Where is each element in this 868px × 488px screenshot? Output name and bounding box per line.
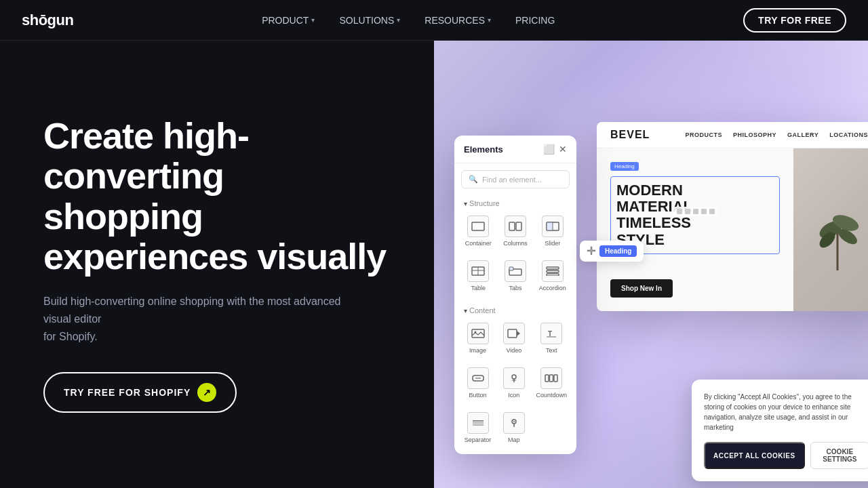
arrow-icon: ↗	[197, 383, 216, 402]
resize-icon[interactable]	[677, 209, 682, 214]
bevel-preview: BEVEL PRODUCTS PHILOSOPHY GALLERY LOCATI…	[597, 122, 868, 311]
nav-solutions[interactable]: SOLUTIONS ▾	[330, 11, 410, 30]
svg-point-21	[512, 375, 516, 379]
maximize-icon[interactable]: ⬜	[543, 144, 555, 155]
svg-text:T: T	[548, 330, 552, 338]
hero-subtitle: Build high-converting online shopping wi…	[43, 293, 369, 345]
svg-rect-25	[550, 375, 553, 382]
accordion-icon	[542, 260, 564, 282]
element-icon[interactable]: Icon	[497, 362, 530, 404]
search-icon: 🔍	[469, 175, 478, 184]
svg-rect-0	[472, 222, 484, 230]
text-icon: T	[540, 323, 562, 344]
separator-icon	[467, 412, 489, 434]
element-tabs[interactable]: Tabs	[498, 255, 533, 297]
navbar: shōgun PRODUCT ▾ SOLUTIONS ▾ RESOURCES ▾…	[0, 0, 868, 41]
element-image[interactable]: Image	[461, 317, 494, 359]
map-icon	[503, 412, 525, 434]
svg-rect-1	[509, 222, 515, 230]
image-icon	[467, 323, 489, 344]
cookie-buttons: ACCEPT ALL COOKIES COOKIE SETTINGS	[704, 442, 868, 469]
bevel-shop-button[interactable]: Shop New In	[610, 279, 673, 298]
element-columns[interactable]: Columns	[498, 210, 533, 252]
hero-title: Create high-converting shopping experien…	[43, 116, 391, 277]
nav-resources[interactable]: RESOURCES ▾	[415, 11, 500, 30]
cookie-text: By clicking "Accept All Cookies", you ag…	[704, 392, 868, 432]
bevel-nav-products[interactable]: PRODUCTS	[685, 131, 722, 138]
heading-label: Heading	[599, 245, 637, 257]
svg-rect-9	[509, 267, 513, 270]
bevel-image	[793, 148, 868, 311]
accept-all-cookies-button[interactable]: ACCEPT ALL COOKIES	[704, 442, 805, 469]
element-button[interactable]: Button	[461, 362, 494, 404]
container-icon	[467, 216, 489, 237]
elements-search[interactable]: 🔍 Find an element...	[461, 170, 570, 188]
element-separator[interactable]: Separator	[461, 407, 494, 449]
bevel-logo: BEVEL	[610, 129, 650, 141]
element-video[interactable]: Video	[497, 317, 530, 359]
nav-product[interactable]: PRODUCT ▾	[252, 11, 324, 30]
element-slider[interactable]: Slider	[535, 210, 570, 252]
bevel-nav-philosophy[interactable]: PHILOSOPHY	[733, 131, 776, 138]
resize-icon[interactable]	[709, 209, 715, 214]
resize-icon[interactable]	[693, 209, 698, 214]
svg-rect-11	[547, 270, 559, 272]
structure-elements-grid: Container Columns Slider	[454, 210, 576, 302]
move-icon: ✛	[587, 245, 595, 258]
svg-rect-15	[508, 329, 517, 338]
svg-rect-4	[547, 222, 553, 230]
icon-element-icon	[503, 367, 525, 389]
heading-badge: Heading	[610, 162, 639, 171]
elements-title: Elements	[464, 144, 503, 155]
nav-pricing[interactable]: PRICING	[506, 11, 564, 30]
button-icon	[467, 367, 489, 389]
content-section-label: ▾ Content	[454, 302, 576, 317]
video-icon	[503, 323, 525, 344]
drag-handle[interactable]: ✛ Heading	[580, 241, 644, 262]
logo[interactable]: shōgun	[22, 12, 73, 29]
bevel-nav-gallery[interactable]: GALLERY	[787, 131, 818, 138]
element-map[interactable]: Map	[497, 407, 530, 449]
svg-rect-24	[545, 375, 549, 382]
bevel-nav-locations[interactable]: LOCATIONS	[829, 131, 868, 138]
cookie-settings-button[interactable]: COOKIE SETTINGS	[810, 442, 868, 469]
elements-controls: ⬜ ✕	[543, 144, 567, 155]
svg-rect-2	[516, 222, 521, 230]
element-text[interactable]: T Text	[533, 317, 570, 359]
svg-point-31	[513, 421, 515, 422]
try-for-free-button[interactable]: TRY FOR FREE	[743, 8, 846, 33]
table-icon	[467, 260, 489, 282]
chevron-down-icon: ▾	[311, 16, 315, 24]
element-countdown[interactable]: Countdown	[533, 362, 570, 404]
svg-marker-16	[517, 331, 520, 336]
chevron-down-icon: ▾	[488, 16, 491, 24]
nav-links: PRODUCT ▾ SOLUTIONS ▾ RESOURCES ▾ PRICIN…	[252, 11, 564, 30]
element-accordion[interactable]: Accordion	[535, 255, 570, 297]
content-elements-grid: Image Video T Text	[454, 317, 576, 454]
structure-section-label: ▾ Structure	[454, 195, 576, 210]
element-table[interactable]: Table	[461, 255, 496, 297]
cookie-banner: By clicking "Accept All Cookies", you ag…	[692, 380, 868, 481]
svg-rect-26	[554, 375, 557, 382]
bevel-navbar: BEVEL PRODUCTS PHILOSOPHY GALLERY LOCATI…	[597, 122, 868, 148]
columns-icon	[505, 216, 526, 237]
svg-rect-10	[547, 267, 559, 269]
try-free-shopify-button[interactable]: TRY FREE FOR SHOPIFY ↗	[43, 372, 237, 413]
main-content: Create high-converting shopping experien…	[0, 0, 868, 488]
resize-icon[interactable]	[685, 209, 690, 214]
resize-icon[interactable]	[701, 209, 707, 214]
close-icon[interactable]: ✕	[559, 144, 567, 155]
elements-header: Elements ⬜ ✕	[454, 136, 576, 163]
resize-controls[interactable]	[673, 207, 719, 216]
svg-rect-12	[547, 274, 559, 276]
tabs-icon	[505, 260, 526, 282]
chevron-down-icon: ▾	[397, 16, 400, 24]
bevel-body: Heading MODERN MATERIAL, TIMELESS STYLE …	[597, 148, 868, 311]
elements-panel: Elements ⬜ ✕ 🔍 Find an element... ▾ Stru…	[454, 136, 576, 454]
slider-icon	[542, 216, 564, 237]
countdown-icon	[540, 367, 562, 389]
hero-left-panel: Create high-converting shopping experien…	[0, 41, 434, 488]
hero-right-panel: Elements ⬜ ✕ 🔍 Find an element... ▾ Stru…	[434, 41, 868, 488]
bevel-nav-links: PRODUCTS PHILOSOPHY GALLERY LOCATIONS	[685, 131, 868, 138]
element-container[interactable]: Container	[461, 210, 496, 252]
